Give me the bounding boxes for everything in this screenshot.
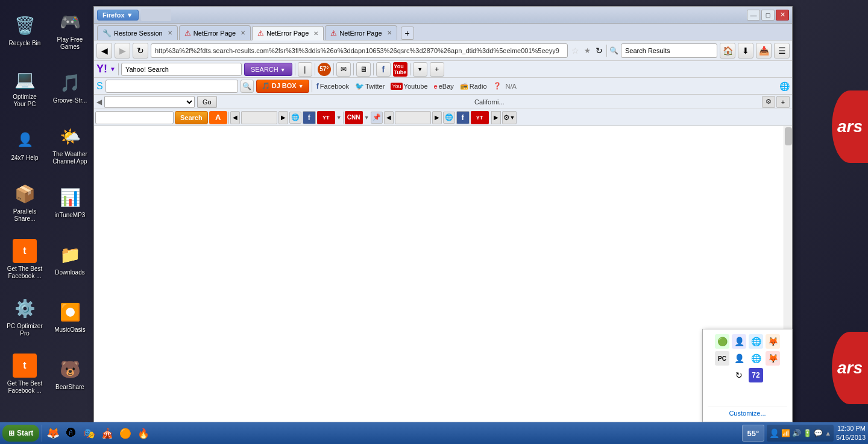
bookmark-star-icon[interactable]: ☆ bbox=[570, 46, 580, 56]
new-tab-button[interactable]: + bbox=[401, 27, 414, 40]
back-button[interactable]: ◀ bbox=[96, 43, 112, 59]
location-back-arrow[interactable]: ◀ bbox=[96, 98, 102, 106]
desktop-icon-facebook2[interactable]: t Get The Best Facebook ... bbox=[4, 347, 45, 401]
yahoo-search-input[interactable] bbox=[121, 63, 242, 76]
bookmark-cnn[interactable]: CNN bbox=[345, 111, 363, 124]
desktop-icon-playgames[interactable]: 🎮 Play Free Games bbox=[49, 3, 90, 57]
tray-power-icon[interactable]: 🔋 bbox=[803, 429, 812, 437]
toolbar-right-scroll[interactable]: ▶ bbox=[491, 111, 501, 124]
bookmark-youtube[interactable]: YT bbox=[317, 111, 335, 124]
ebay-link[interactable]: e eBay bbox=[432, 83, 456, 90]
ask-logo[interactable]: A bbox=[209, 111, 227, 124]
world-icon-1[interactable]: 🌐 bbox=[289, 112, 301, 124]
tab-neterror2-close[interactable]: ✕ bbox=[313, 30, 318, 37]
taskbar-app5-icon[interactable]: 🔥 bbox=[135, 425, 152, 442]
desktop-icon-groove[interactable]: 🎵 Groove-Str... bbox=[49, 60, 90, 115]
help-link[interactable]: ❓ bbox=[491, 82, 503, 90]
home-button[interactable]: 🏠 bbox=[720, 43, 735, 59]
tray-expand-icon[interactable]: ▲ bbox=[825, 430, 831, 437]
tab-neterror3-close[interactable]: ✕ bbox=[387, 30, 392, 36]
tray-icon-globe[interactable]: 🌐 bbox=[749, 334, 763, 349]
tray-icon-red[interactable]: 🦊 bbox=[766, 351, 780, 366]
forward-button[interactable]: ▶ bbox=[115, 43, 130, 59]
desktop-icon-weather[interactable]: 🌤️ The Weather Channel App bbox=[49, 118, 90, 172]
desktop-icon-downloads[interactable]: 📁 Downloads bbox=[49, 232, 90, 287]
menu-button[interactable]: ☰ bbox=[774, 43, 790, 59]
bookmarks-button[interactable]: ⬇ bbox=[738, 43, 753, 59]
yahoo-dropdown-icon[interactable]: ▼ bbox=[110, 66, 116, 72]
desktop-icon-recycle-bin[interactable]: 🗑️ Recycle Bin bbox=[4, 3, 45, 57]
minimize-button[interactable]: — bbox=[747, 10, 760, 21]
bookmarks-scroll-left-1[interactable]: ◀ bbox=[230, 111, 240, 124]
location-dropdown[interactable] bbox=[104, 96, 195, 108]
desktop-icon-bearshare[interactable]: 🐻 BearShare bbox=[49, 347, 90, 401]
tab-neterror1-close[interactable]: ✕ bbox=[241, 30, 245, 36]
bookmark-youtube-dropdown[interactable]: ▼ bbox=[336, 115, 342, 121]
twitter-link[interactable]: 🐦 Twitter bbox=[353, 82, 386, 90]
taskbar-firefox-icon[interactable]: 🦊 bbox=[45, 425, 61, 442]
desktop-icon-musicoasis[interactable]: ⏺️ MusicOasis bbox=[49, 290, 90, 344]
bookmark-youtube-2[interactable]: YT bbox=[471, 111, 489, 124]
radio-link[interactable]: 📻 Radio bbox=[458, 82, 489, 90]
tray-network-icon[interactable]: 📶 bbox=[781, 429, 790, 437]
desktop-icon-facebook1[interactable]: t Get The Best Facebook ... bbox=[4, 232, 45, 287]
search-results-input[interactable] bbox=[621, 43, 717, 58]
bookmark-more-icon[interactable]: 📌 bbox=[371, 112, 383, 124]
bookmark-cnn-dropdown[interactable]: ▼ bbox=[364, 115, 370, 121]
start-button[interactable]: ⊞ Start bbox=[2, 425, 39, 442]
skype-globe-icon[interactable]: 🌐 bbox=[779, 81, 790, 91]
tab-restore-session[interactable]: 🔧 Restore Session ✕ bbox=[97, 25, 178, 40]
close-button[interactable]: ✕ bbox=[776, 10, 789, 21]
yahoo-screen-icon[interactable]: 🖥 bbox=[356, 62, 371, 77]
taskbar-app1-icon[interactable]: 🅐 bbox=[63, 425, 80, 442]
facebook-link[interactable]: f Facebook bbox=[315, 82, 351, 90]
yahoo-search-button[interactable]: SEARCH ▼ bbox=[244, 63, 292, 76]
bookmarks-scroll-right-1[interactable]: ▶ bbox=[278, 111, 288, 124]
customize-button[interactable]: Customize... bbox=[708, 407, 787, 417]
rss-icon[interactable]: ★ bbox=[583, 46, 592, 55]
tray-icon-refresh[interactable]: ↻ bbox=[732, 368, 746, 382]
yahoo-more-icon[interactable]: ▼ bbox=[413, 62, 427, 77]
desktop-icon-optimize[interactable]: 💻 Optimize Your PC bbox=[4, 60, 45, 115]
yahoo-logo-icon[interactable]: Y! bbox=[96, 63, 107, 75]
tray-icon-pc[interactable]: PC bbox=[715, 351, 729, 366]
url-refresh-icon[interactable]: ↻ bbox=[594, 46, 604, 56]
tray-notification-icon[interactable]: 💬 bbox=[814, 429, 823, 437]
world-icon-2[interactable]: 🌐 bbox=[443, 112, 455, 124]
bookmarks-scroll-left-2[interactable]: ◀ bbox=[384, 111, 394, 124]
toolbar-settings-button[interactable]: ⚙▼ bbox=[502, 111, 517, 124]
taskbar-app4-icon[interactable]: 🟠 bbox=[117, 425, 134, 442]
location-settings-icon[interactable]: ⚙ bbox=[762, 96, 775, 108]
tab-restore-close[interactable]: ✕ bbox=[168, 30, 172, 36]
facebook-toolbar-icon[interactable]: f bbox=[376, 62, 391, 77]
dj-box-button[interactable]: 🎵 DJ BOX ▼ bbox=[256, 80, 309, 93]
tray-icon-72[interactable]: 72 bbox=[749, 368, 763, 382]
location-plus-icon[interactable]: + bbox=[776, 96, 790, 108]
ask-search-input[interactable] bbox=[95, 111, 174, 124]
tab-neterror-1[interactable]: ⚠ NetError Page ✕ bbox=[179, 25, 251, 40]
yahoo-tool-icon1[interactable]: | bbox=[298, 62, 312, 77]
go-button[interactable]: Go bbox=[197, 96, 217, 108]
tray-icon-user[interactable]: 👤 bbox=[732, 334, 746, 349]
tray-user-icon[interactable]: 👤 bbox=[769, 428, 779, 438]
refresh-button[interactable]: ↻ bbox=[133, 43, 148, 59]
tray-icon-globe2[interactable]: 🌐 bbox=[749, 351, 763, 366]
tab-neterror-2[interactable]: ⚠ NetError Page ✕ bbox=[252, 26, 324, 40]
tray-icon-avatar[interactable]: 👤 bbox=[732, 351, 746, 366]
desktop-icon-247help[interactable]: 👤 24x7 Help bbox=[4, 118, 45, 172]
taskbar-app2-icon[interactable]: 🎭 bbox=[81, 425, 98, 442]
bookmark-facebook[interactable]: f bbox=[303, 111, 316, 124]
url-bar[interactable] bbox=[151, 43, 568, 58]
downloads-button[interactable]: 📥 bbox=[756, 43, 772, 59]
tab-neterror-3[interactable]: ⚠ NetError Page ✕ bbox=[325, 25, 397, 40]
youtube-link[interactable]: You Youtube bbox=[389, 83, 429, 90]
ask-search-button[interactable]: Search bbox=[175, 111, 208, 124]
bookmarks-scroll-right-2[interactable]: ▶ bbox=[432, 111, 442, 124]
tray-sound-icon[interactable]: 🔊 bbox=[792, 429, 801, 437]
youtube-toolbar-icon[interactable]: YouTube bbox=[393, 62, 407, 77]
skype-search-input[interactable] bbox=[105, 80, 238, 93]
taskbar-app3-icon[interactable]: 🎪 bbox=[99, 425, 116, 442]
desktop-icon-pc-pro[interactable]: ⚙️ PC Optimizer Pro bbox=[4, 290, 45, 344]
skype-search-button[interactable]: 🔍 bbox=[241, 80, 254, 93]
yahoo-mail-icon[interactable]: ✉ bbox=[336, 62, 351, 77]
